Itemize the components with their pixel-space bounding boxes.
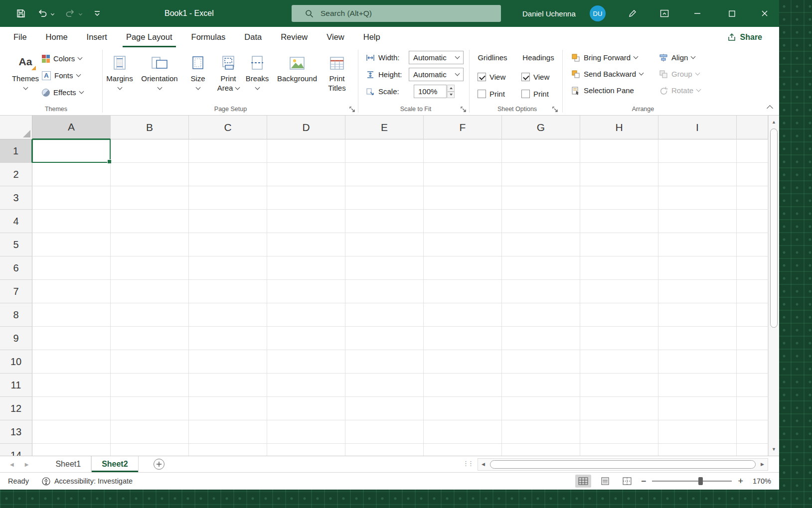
cell-partial-10[interactable]	[737, 350, 768, 374]
cell-A6[interactable]	[32, 256, 111, 280]
cell-C10[interactable]	[189, 350, 267, 374]
cell-C12[interactable]	[189, 397, 267, 420]
cell-I6[interactable]	[658, 256, 737, 280]
undo-dropdown[interactable]	[49, 0, 56, 27]
column-header-H[interactable]: H	[580, 116, 658, 139]
cell-C9[interactable]	[189, 327, 267, 350]
group-button[interactable]: Group	[659, 67, 699, 81]
cell-E3[interactable]	[345, 186, 424, 210]
gridlines-view-checkbox[interactable]: View	[478, 70, 505, 84]
headings-view-checkbox[interactable]: View	[521, 70, 549, 84]
row-header-4[interactable]: 4	[0, 210, 32, 233]
cell-A12[interactable]	[32, 397, 111, 420]
cell-D10[interactable]	[267, 350, 345, 374]
search-input[interactable]: Search (Alt+Q)	[292, 5, 501, 22]
cell-B11[interactable]	[111, 374, 189, 397]
headings-print-checkbox[interactable]: Print	[521, 87, 549, 101]
width-dropdown[interactable]: Automatic	[409, 51, 464, 64]
cell-D1[interactable]	[267, 139, 345, 163]
redo-button[interactable]	[64, 0, 77, 27]
cell-C13[interactable]	[189, 420, 267, 444]
align-button[interactable]: Align	[659, 51, 695, 64]
selection-pane-button[interactable]: Selection Pane	[571, 84, 634, 97]
cell-partial-3[interactable]	[737, 186, 768, 210]
cell-F7[interactable]	[424, 280, 502, 303]
select-all-corner[interactable]	[0, 116, 32, 139]
row-header-2[interactable]: 2	[0, 163, 32, 186]
cell-D9[interactable]	[267, 327, 345, 350]
zoom-level[interactable]: 170%	[749, 477, 771, 485]
cell-G10[interactable]	[502, 350, 580, 374]
sheet-nav-prev[interactable]: ◀	[10, 462, 14, 467]
zoom-slider[interactable]	[652, 477, 732, 486]
cell-C2[interactable]	[189, 163, 267, 186]
bring-forward-button[interactable]: Bring Forward	[571, 51, 638, 64]
cell-A3[interactable]	[32, 186, 111, 210]
cell-I11[interactable]	[658, 374, 737, 397]
cell-C6[interactable]	[189, 256, 267, 280]
cell-H10[interactable]	[580, 350, 658, 374]
cell-C3[interactable]	[189, 186, 267, 210]
cell-H6[interactable]	[580, 256, 658, 280]
cell-G2[interactable]	[502, 163, 580, 186]
cell-D8[interactable]	[267, 303, 345, 327]
cell-B9[interactable]	[111, 327, 189, 350]
cell-E4[interactable]	[345, 210, 424, 233]
cell-C4[interactable]	[189, 210, 267, 233]
cell-A1[interactable]	[32, 139, 111, 163]
cell-I8[interactable]	[658, 303, 737, 327]
effects-button[interactable]: Effects	[42, 86, 83, 99]
cell-D11[interactable]	[267, 374, 345, 397]
cell-I12[interactable]	[658, 397, 737, 420]
cell-B10[interactable]	[111, 350, 189, 374]
cell-C5[interactable]	[189, 233, 267, 256]
cell-I10[interactable]	[658, 350, 737, 374]
cell-B1[interactable]	[111, 139, 189, 163]
cell-G1[interactable]	[502, 139, 580, 163]
cell-F5[interactable]	[424, 233, 502, 256]
cell-partial-11[interactable]	[737, 374, 768, 397]
user-name[interactable]: Daniel Uchenna	[522, 0, 576, 27]
cell-partial-14[interactable]	[737, 444, 768, 456]
zoom-slider-thumb[interactable]	[698, 477, 703, 485]
normal-view-button[interactable]	[575, 475, 591, 488]
column-header-F[interactable]: F	[424, 116, 502, 139]
ribbon-tab-data[interactable]: Data	[235, 27, 271, 47]
cell-G5[interactable]	[502, 233, 580, 256]
row-header-9[interactable]: 9	[0, 327, 32, 350]
size-button[interactable]: Size	[185, 50, 211, 89]
cell-B3[interactable]	[111, 186, 189, 210]
scrollbar-grip[interactable]: ⋮⋮	[463, 460, 473, 467]
row-header-8[interactable]: 8	[0, 303, 32, 327]
ribbon-tab-review[interactable]: Review	[271, 27, 317, 47]
ribbon-tab-insert[interactable]: Insert	[77, 27, 117, 47]
cell-G3[interactable]	[502, 186, 580, 210]
cell-A9[interactable]	[32, 327, 111, 350]
cell-F4[interactable]	[424, 210, 502, 233]
column-header-E[interactable]: E	[345, 116, 424, 139]
cell-C1[interactable]	[189, 139, 267, 163]
scroll-right-arrow[interactable]: ▶	[761, 462, 764, 467]
cell-E12[interactable]	[345, 397, 424, 420]
cell-E13[interactable]	[345, 420, 424, 444]
column-header-C[interactable]: C	[189, 116, 267, 139]
cell-I13[interactable]	[658, 420, 737, 444]
cell-I1[interactable]	[658, 139, 737, 163]
orientation-button[interactable]: Orientation	[140, 50, 179, 89]
sheet-tab-sheet1[interactable]: Sheet1	[45, 456, 91, 472]
ribbon-tab-page-layout[interactable]: Page Layout	[117, 27, 182, 47]
vertical-scrollbar[interactable]: ▲ ▼	[768, 116, 779, 456]
cell-B7[interactable]	[111, 280, 189, 303]
page-break-preview-button[interactable]	[619, 475, 635, 488]
cell-D5[interactable]	[267, 233, 345, 256]
ribbon-tab-formulas[interactable]: Formulas	[182, 27, 235, 47]
scroll-down-arrow[interactable]: ▼	[769, 447, 779, 452]
cell-A14[interactable]	[32, 444, 111, 456]
maximize-button[interactable]	[725, 0, 738, 27]
undo-button[interactable]	[36, 0, 49, 27]
cell-F14[interactable]	[424, 444, 502, 456]
cell-F13[interactable]	[424, 420, 502, 444]
cell-I3[interactable]	[658, 186, 737, 210]
cell-I9[interactable]	[658, 327, 737, 350]
margins-button[interactable]: Margins	[104, 50, 135, 89]
